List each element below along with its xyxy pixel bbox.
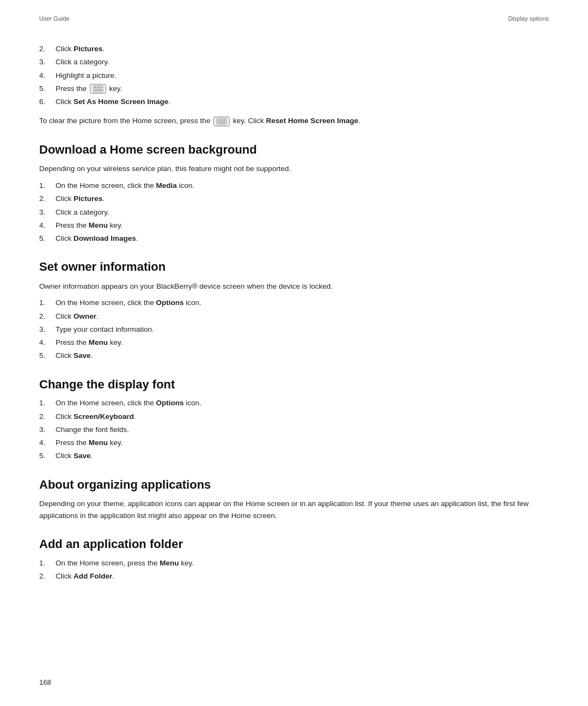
list-item: 4.Highlight a picture. — [39, 70, 549, 81]
list-item: 5.Click Download Images. — [39, 233, 549, 244]
step-number: 2. — [39, 44, 56, 54]
list-item: 2.Click Screen/Keyboard. — [39, 411, 549, 422]
list-item: 1.On the Home screen, click the Options … — [39, 398, 549, 409]
step-number: 3. — [39, 207, 56, 218]
list-item: 2.Click Owner. — [39, 311, 549, 322]
page-number: 168 — [39, 678, 51, 686]
section-steps-list: 1.On the Home screen, press the Menu key… — [39, 558, 549, 582]
step-number: 1. — [39, 558, 56, 569]
step-number: 2. — [39, 193, 56, 204]
step-number: 3. — [39, 324, 56, 335]
step-number: 4. — [39, 437, 56, 448]
section-title: Add an application folder — [39, 537, 549, 552]
key-svg — [93, 85, 103, 93]
section-set-owner-info: Set owner informationOwner information a… — [39, 259, 549, 361]
svg-rect-4 — [94, 89, 102, 91]
list-item: 3.Click a category. — [39, 207, 549, 218]
step-number: 5. — [39, 451, 56, 461]
section-about-organizing: About organizing applicationsDepending o… — [39, 477, 549, 522]
list-item: 1.On the Home screen, click the Media ic… — [39, 180, 549, 191]
section-title: About organizing applications — [39, 477, 549, 493]
section-add-application-folder: Add an application folder1.On the Home s… — [39, 537, 549, 582]
list-item: 1.On the Home screen, click the Options … — [39, 297, 549, 308]
step-number: 1. — [39, 398, 56, 409]
section-steps-list: 1.On the Home screen, click the Media ic… — [39, 180, 549, 244]
svg-rect-8 — [223, 119, 225, 121]
key-svg — [216, 118, 227, 125]
step-number: 1. — [39, 180, 56, 191]
list-item: 4.Press the Menu key. — [39, 437, 549, 448]
header-right: Display options — [508, 15, 549, 22]
step-number: 6. — [39, 96, 56, 107]
step-number: 4. — [39, 337, 56, 348]
step-number: 5. — [39, 350, 56, 361]
page-header: User Guide Display options — [39, 15, 549, 22]
list-item: 1.On the Home screen, press the Menu key… — [39, 558, 549, 569]
sections-container: Download a Home screen backgroundDependi… — [39, 142, 549, 582]
list-item: 5.Click Save. — [39, 451, 549, 461]
svg-rect-1 — [94, 87, 96, 88]
svg-rect-6 — [218, 119, 220, 121]
section-desc: Owner information appears on your BlackB… — [39, 281, 549, 293]
section-desc: Depending on your theme, application ico… — [39, 498, 549, 521]
list-item: 3.Change the font fields. — [39, 424, 549, 435]
list-item: 5.Click Save. — [39, 350, 549, 361]
step-number: 4. — [39, 70, 56, 81]
step-number: 5. — [39, 233, 56, 244]
step-number: 3. — [39, 57, 56, 68]
page-container: User Guide Display options 2.Click Pictu… — [0, 0, 588, 706]
svg-rect-7 — [220, 119, 223, 121]
section-desc: Depending on your wireless service plan,… — [39, 163, 549, 175]
section-title: Set owner information — [39, 259, 549, 275]
section-download-home-screen: Download a Home screen backgroundDependi… — [39, 142, 549, 244]
note-text: To clear the picture from the Home scree… — [39, 115, 549, 127]
section-steps-list: 1.On the Home screen, click the Options … — [39, 297, 549, 361]
step-number: 3. — [39, 424, 56, 435]
svg-rect-3 — [100, 87, 102, 88]
list-item: 3.Click a category. — [39, 57, 549, 68]
menu-key-icon — [90, 84, 106, 94]
menu-key-icon — [213, 117, 230, 126]
svg-rect-9 — [218, 121, 225, 123]
step-number: 2. — [39, 311, 56, 322]
svg-rect-0 — [93, 86, 103, 92]
list-item: 4.Press the Menu key. — [39, 220, 549, 231]
list-item: 6.Click Set As Home Screen Image. — [39, 96, 549, 107]
section-title: Change the display font — [39, 377, 549, 393]
list-item: 2.Click Add Folder. — [39, 571, 549, 582]
svg-rect-2 — [97, 87, 99, 88]
list-item: 2.Click Pictures. — [39, 193, 549, 204]
section-steps-list: 1.On the Home screen, click the Options … — [39, 398, 549, 461]
list-item: 2.Click Pictures. — [39, 44, 549, 54]
list-item: 3.Type your contact information. — [39, 324, 549, 335]
step-number: 5. — [39, 83, 56, 94]
section-change-display-font: Change the display font1.On the Home scr… — [39, 377, 549, 462]
step-number: 2. — [39, 571, 56, 582]
header-left: User Guide — [39, 15, 70, 22]
step-number: 2. — [39, 411, 56, 422]
svg-rect-5 — [217, 118, 226, 125]
list-item: 4.Press the Menu key. — [39, 337, 549, 348]
intro-steps-list: 2.Click Pictures.3.Click a category.4.Hi… — [39, 44, 549, 107]
step-number: 4. — [39, 220, 56, 231]
list-item: 5.Press the key. — [39, 83, 549, 94]
section-title: Download a Home screen background — [39, 142, 549, 158]
step-number: 1. — [39, 297, 56, 308]
